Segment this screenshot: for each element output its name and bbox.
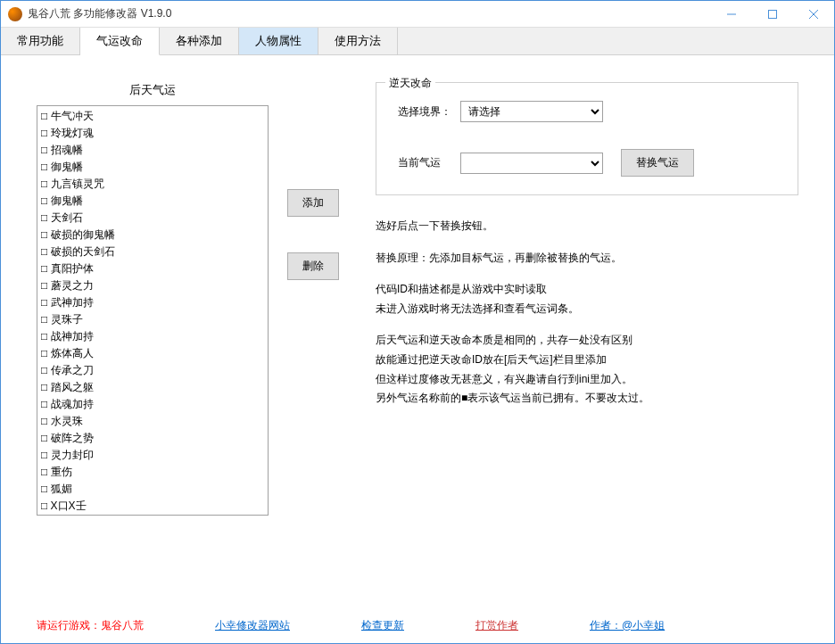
list-item[interactable]: □ 重伤 [41, 464, 264, 481]
game-status: 请运行游戏：鬼谷八荒 [37, 618, 144, 633]
list-item[interactable]: □ 狐媚 [41, 481, 264, 498]
tab-common[interactable]: 常用功能 [1, 28, 80, 54]
right-column: 逆天改命 选择境界： 请选择 当前气运 替换气运 [358, 82, 798, 599]
list-item[interactable]: □ 真阳护体 [41, 260, 264, 277]
instruction-line: 替换原理：先添加目标气运，再删除被替换的气运。 [376, 249, 798, 268]
author-link[interactable]: 作者：@小幸姐 [590, 618, 665, 633]
current-label: 当前气运 [398, 155, 460, 170]
minimize-button[interactable] [711, 1, 752, 28]
fate-fieldset: 逆天改命 选择境界： 请选择 当前气运 替换气运 [376, 82, 798, 195]
website-link[interactable]: 小幸修改器网站 [215, 618, 290, 633]
list-item[interactable]: □ 御鬼幡 [41, 193, 264, 210]
list-item[interactable]: □ 武神加持 [41, 294, 264, 311]
realm-row: 选择境界： 请选择 [398, 101, 776, 122]
list-item[interactable]: □ 破损的御鬼幡 [41, 227, 264, 244]
replace-button[interactable]: 替换气运 [621, 149, 694, 177]
list-item[interactable]: □ 炼体高人 [41, 345, 264, 362]
list-item[interactable]: □ 战魂加持 [41, 396, 264, 413]
left-column: 后天气运 □ 牛气冲天 □ 玲珑灯魂 □ 招魂幡 □ 御鬼幡 □ 九言镇灵咒 □… [37, 82, 269, 599]
instruction-line: 后天气运和逆天改命本质是相同的，共存一处没有区别 故能通过把逆天改命ID放在[后… [376, 331, 798, 408]
realm-label: 选择境界： [398, 104, 460, 120]
tab-add[interactable]: 各种添加 [160, 28, 239, 54]
app-window: 鬼谷八荒 多功能修改器 V1.9.0 常用功能 气运改命 各种添加 人物属性 使… [0, 0, 835, 644]
list-item[interactable]: □ 战神加持 [41, 328, 264, 345]
donate-link[interactable]: 打赏作者 [475, 618, 518, 633]
list-item[interactable]: □ 天剑石 [41, 210, 264, 227]
instruction-line: 选好后点一下替换按钮。 [376, 217, 798, 236]
fieldset-legend: 逆天改命 [385, 76, 435, 91]
remove-button[interactable]: 删除 [287, 252, 339, 280]
luck-listbox[interactable]: □ 牛气冲天 □ 玲珑灯魂 □ 招魂幡 □ 御鬼幡 □ 九言镇灵咒 □ 御鬼幡 … [37, 105, 269, 516]
realm-select[interactable]: 请选择 [460, 101, 603, 122]
footer: 请运行游戏：鬼谷八荒 小幸修改器网站 检查更新 打赏作者 作者：@小幸姐 [1, 607, 834, 643]
current-select[interactable] [460, 153, 603, 174]
titlebar: 鬼谷八荒 多功能修改器 V1.9.0 [1, 1, 834, 28]
content-area: 后天气运 □ 牛气冲天 □ 玲珑灯魂 □ 招魂幡 □ 御鬼幡 □ 九言镇灵咒 □… [1, 55, 834, 607]
list-item[interactable]: □ 踏风之躯 [41, 379, 264, 396]
list-title: 后天气运 [37, 82, 269, 98]
instructions: 选好后点一下替换按钮。 替换原理：先添加目标气运，再删除被替换的气运。 代码ID… [376, 217, 798, 409]
middle-column: 添加 删除 [269, 82, 358, 599]
tab-luck[interactable]: 气运改命 [80, 28, 160, 55]
list-item[interactable]: □ 九言镇灵咒 [41, 176, 264, 193]
list-item[interactable]: □ 破损的天剑石 [41, 244, 264, 260]
list-item[interactable]: □ 御鬼幡 [41, 159, 264, 176]
current-row: 当前气运 替换气运 [398, 149, 776, 177]
minimize-icon [727, 10, 736, 19]
list-item[interactable]: □ 传承之刀 [41, 362, 264, 379]
tab-bar: 常用功能 气运改命 各种添加 人物属性 使用方法 [1, 28, 834, 55]
maximize-icon [768, 10, 777, 19]
list-item[interactable]: □ 水灵珠 [41, 413, 264, 430]
window-title: 鬼谷八荒 多功能修改器 V1.9.0 [28, 6, 711, 21]
tab-help[interactable]: 使用方法 [318, 28, 398, 54]
list-item[interactable]: □ 玲珑灯魂 [41, 125, 264, 142]
list-item[interactable]: □ 蘑灵之力 [41, 277, 264, 294]
app-icon [8, 7, 22, 21]
list-item[interactable]: □ 灵珠子 [41, 311, 264, 328]
list-item[interactable]: □ 招魂幡 [41, 142, 264, 159]
tab-attributes[interactable]: 人物属性 [239, 28, 318, 54]
list-item[interactable]: □ 灵力封印 [41, 447, 264, 464]
maximize-button[interactable] [752, 1, 793, 28]
list-item[interactable]: □ X口X壬 [41, 498, 264, 515]
list-item[interactable]: □ 牛气冲天 [41, 108, 264, 125]
list-item[interactable]: □ 破阵之势 [41, 430, 264, 447]
instruction-line: 代码ID和描述都是从游戏中实时读取 未进入游戏时将无法选择和查看气运词条。 [376, 280, 798, 318]
window-controls [711, 1, 834, 27]
close-icon [809, 10, 818, 19]
close-button[interactable] [793, 1, 834, 28]
update-link[interactable]: 检查更新 [361, 618, 404, 633]
add-button[interactable]: 添加 [287, 189, 339, 217]
svg-rect-1 [769, 11, 777, 19]
